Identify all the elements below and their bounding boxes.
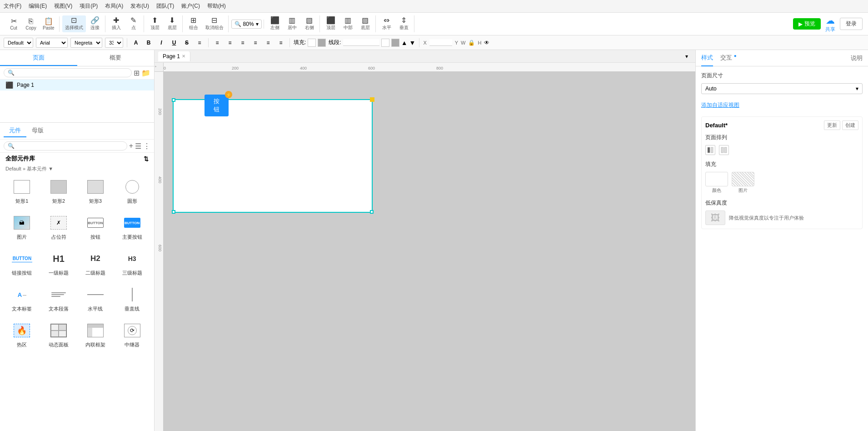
fill-color-gray[interactable] bbox=[318, 39, 326, 47]
stroke-style1[interactable] bbox=[391, 39, 399, 47]
stroke-color[interactable] bbox=[381, 39, 389, 47]
align-justify-fmt-button[interactable]: ≡ bbox=[250, 38, 260, 48]
tab-pages[interactable]: 页面 bbox=[0, 50, 77, 66]
tab-components[interactable]: 元件 bbox=[4, 125, 26, 137]
comp-relay[interactable]: ⟳ 中继器 bbox=[114, 317, 150, 353]
arrange-icon-left[interactable] bbox=[705, 145, 715, 155]
align-center-fmt-button[interactable]: ≡ bbox=[225, 38, 235, 48]
comp-link-button[interactable]: BUTTON 链接按钮 bbox=[4, 245, 40, 281]
comp-h3[interactable]: H3 三级标题 bbox=[114, 245, 150, 281]
auto-select[interactable]: Auto ▾ bbox=[701, 83, 863, 94]
arrange-icon-center[interactable] bbox=[719, 145, 729, 155]
frame-box[interactable] bbox=[173, 99, 373, 213]
stroke-down-icon[interactable]: ▼ bbox=[409, 39, 416, 46]
fill-color-btn[interactable]: 颜色 bbox=[705, 172, 728, 194]
menu-publish[interactable]: 发布(U) bbox=[130, 2, 149, 10]
comp-circle[interactable]: 圆形 bbox=[114, 173, 150, 209]
menu-layout[interactable]: 布局(A) bbox=[105, 2, 123, 10]
cut-button[interactable]: ✂ Cut bbox=[5, 16, 22, 32]
comp-h2[interactable]: H2 二级标题 bbox=[77, 245, 114, 281]
comp-h1[interactable]: H1 一级标题 bbox=[40, 245, 77, 281]
login-button[interactable]: 登录 bbox=[840, 18, 863, 30]
comp-text-para[interactable]: 文本段落 bbox=[40, 281, 77, 317]
x-input[interactable] bbox=[429, 39, 452, 46]
list-button[interactable]: ≡ bbox=[195, 38, 205, 48]
page-1-item[interactable]: ⬛ Page 1 bbox=[0, 80, 154, 90]
comp-main-button[interactable]: BUTTON 主要按钮 bbox=[114, 209, 150, 245]
comp-hline[interactable]: 水平线 bbox=[77, 281, 114, 317]
menu-project[interactable]: 项目(P) bbox=[80, 2, 98, 10]
comp-hotzone[interactable]: 🔥 热区 bbox=[4, 317, 40, 353]
tab-explain[interactable]: 说明 bbox=[851, 54, 863, 62]
underline-button[interactable]: U bbox=[169, 38, 179, 48]
tab-style[interactable]: 样式 bbox=[701, 50, 713, 66]
strikethrough-button[interactable]: S bbox=[182, 38, 192, 48]
add-viewport-link[interactable]: 添加自适应视图 bbox=[701, 102, 739, 108]
stroke-input[interactable] bbox=[343, 39, 379, 46]
connect-button[interactable]: 🔗 连接 bbox=[87, 15, 103, 32]
align-right-fmt-button[interactable]: ≡ bbox=[238, 38, 248, 48]
fill-image-btn[interactable]: 图片 bbox=[732, 172, 754, 194]
combine-button[interactable]: ⊞ 组合 bbox=[185, 15, 202, 32]
page1-tab[interactable]: Page 1 ✕ bbox=[158, 51, 190, 61]
tab-close-icon[interactable]: ✕ bbox=[182, 54, 185, 59]
style-select[interactable]: Default bbox=[4, 38, 33, 48]
comp-more-icon[interactable]: ⋮ bbox=[143, 142, 150, 150]
comp-rect2[interactable]: 矩形2 bbox=[40, 173, 77, 209]
valign-middle-button[interactable]: ▥ 中部 bbox=[340, 15, 356, 32]
comp-placeholder[interactable]: ✗ 占位符 bbox=[40, 209, 77, 245]
comp-button[interactable]: BUTTON 按钮 bbox=[77, 209, 114, 245]
add-comp-icon[interactable]: + bbox=[129, 142, 133, 150]
comp-rect1[interactable]: 矩形1 bbox=[4, 173, 40, 209]
insert-button[interactable]: ✚ 插入 bbox=[108, 15, 125, 32]
valign-top-button[interactable]: ⬛ 顶层 bbox=[323, 15, 339, 32]
fill-color-white[interactable] bbox=[308, 39, 316, 47]
pages-search-input[interactable] bbox=[16, 70, 128, 76]
comp-vline[interactable]: 垂直线 bbox=[114, 281, 150, 317]
menu-help[interactable]: 帮助(H) bbox=[207, 2, 226, 10]
uncombine-button[interactable]: ⊟ 取消组合 bbox=[203, 15, 226, 32]
select-mode-button[interactable]: ⊡ 选择模式 bbox=[62, 15, 86, 32]
valign-bottom-button[interactable]: ▧ 底层 bbox=[357, 15, 374, 32]
comp-dynamic[interactable]: 动态面板 bbox=[40, 317, 77, 353]
zoom-control[interactable]: 🔍 80% ▾ bbox=[231, 20, 262, 29]
menu-view[interactable]: 视图(V) bbox=[54, 2, 72, 10]
menu-edit[interactable]: 编辑(E) bbox=[29, 2, 47, 10]
bold-b-button[interactable]: B bbox=[144, 38, 154, 48]
comp-list-icon[interactable]: ☰ bbox=[135, 142, 141, 150]
align-left-button[interactable]: ⬛ 左侧 bbox=[267, 15, 283, 32]
tab-overview[interactable]: 概要 bbox=[77, 50, 155, 66]
point-button[interactable]: ✎ 点 bbox=[125, 15, 142, 32]
stroke-up-icon[interactable]: ▲ bbox=[401, 39, 408, 46]
create-button[interactable]: 创建 bbox=[842, 120, 858, 130]
font-select[interactable]: Arial bbox=[36, 38, 68, 48]
copy-button[interactable]: ⎘ Copy bbox=[23, 16, 39, 32]
paste-button[interactable]: 📋 Paste bbox=[40, 16, 57, 32]
italic-button[interactable]: I bbox=[156, 38, 166, 48]
comp-rect3[interactable]: 矩形3 bbox=[77, 173, 114, 209]
folder-icon[interactable]: 📁 bbox=[141, 69, 150, 77]
preview-button[interactable]: ▶ 预览 bbox=[793, 18, 821, 30]
bold-button[interactable]: A bbox=[131, 38, 141, 48]
expand-icon[interactable]: ⇅ bbox=[144, 155, 149, 162]
comp-search-input[interactable] bbox=[16, 143, 123, 149]
comp-text-label[interactable]: A— 文本标签 bbox=[4, 281, 40, 317]
tab-interact[interactable]: 交互 ● bbox=[720, 50, 737, 66]
size-select[interactable]: 33 bbox=[105, 38, 123, 48]
button-widget[interactable]: 按钮 ⚡ bbox=[205, 95, 229, 116]
weight-select[interactable]: Negreta bbox=[70, 38, 102, 48]
distribute-h-button[interactable]: ⇔ 水平 bbox=[379, 15, 395, 32]
new-page-icon[interactable]: ⊞ bbox=[134, 69, 140, 77]
align-left-fmt-button[interactable]: ≡ bbox=[212, 38, 222, 48]
share-button[interactable]: ☁ 共享 bbox=[822, 14, 839, 34]
comp-inline[interactable]: 内联框架 bbox=[77, 317, 114, 353]
indent-button[interactable]: ≡ bbox=[263, 38, 273, 48]
align-right-button[interactable]: ▧ 右侧 bbox=[301, 15, 318, 32]
menu-team[interactable]: 团队(T) bbox=[156, 2, 174, 10]
distribute-v-button[interactable]: ⇕ 垂直 bbox=[396, 15, 412, 32]
align-center-button[interactable]: ▥ 居中 bbox=[284, 15, 300, 32]
bottom-layer-button[interactable]: ⬇ 底层 bbox=[164, 15, 180, 32]
page-dropdown-icon[interactable]: ▾ bbox=[682, 53, 692, 60]
menu-file[interactable]: 文件(F) bbox=[4, 2, 21, 10]
comp-image[interactable]: 🏔 图片 bbox=[4, 209, 40, 245]
